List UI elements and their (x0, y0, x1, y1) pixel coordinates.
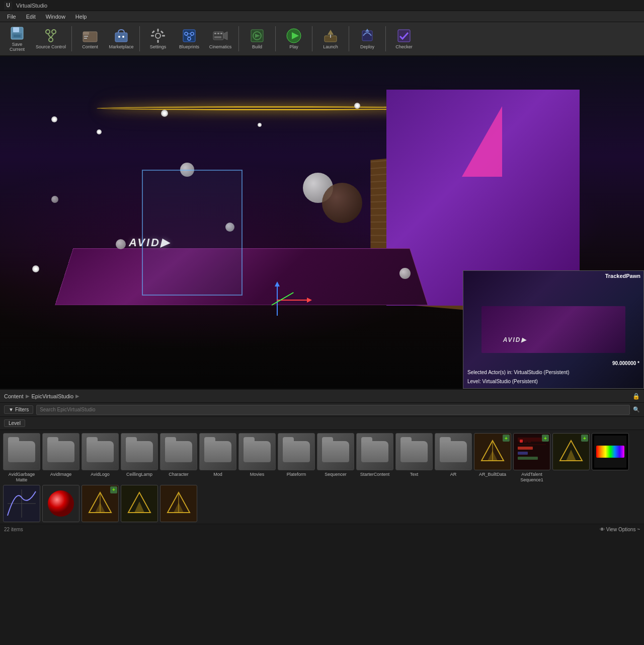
breadcrumb-content[interactable]: Content (4, 393, 24, 399)
folder-icon (361, 441, 388, 462)
view-options-button[interactable]: 👁 View Options ~ (600, 527, 640, 532)
asset-level-2[interactable] (121, 485, 158, 524)
selection-box (142, 170, 243, 296)
source-control-button[interactable]: Source Control (33, 24, 68, 53)
asset-thumb-map-build: + (474, 433, 511, 470)
asset-thumb-folder (199, 433, 236, 470)
content-browser-tags: Level (0, 417, 644, 430)
play-label: Play (289, 45, 298, 50)
filters-button[interactable]: ▼ Filters (4, 405, 33, 414)
toolbar-separator-7 (385, 26, 386, 51)
launch-label: Launch (323, 45, 338, 50)
asset-sequencer[interactable]: Sequencer (317, 433, 354, 483)
deploy-label: Deploy (360, 45, 374, 50)
asset-thumb-folder (395, 433, 433, 470)
asset-avid-logo[interactable]: AvidLogo (82, 433, 119, 483)
asset-red-sphere[interactable] (42, 485, 79, 524)
svg-rect-1 (13, 27, 19, 32)
svg-rect-52 (520, 440, 523, 443)
asset-map-build-2[interactable]: Map BuildDataRegistry (160, 485, 197, 524)
toolbar-separator-5 (312, 26, 312, 51)
svg-rect-12 (84, 38, 87, 39)
asset-label: AvidGarbageMatte (9, 472, 35, 483)
asset-label: Character (169, 472, 189, 477)
asset-starter-content[interactable]: StarterContent (356, 433, 393, 483)
status-bar: 22 items 👁 View Options ~ (0, 524, 644, 535)
launch-button[interactable]: Launch (315, 24, 346, 53)
svg-rect-13 (115, 33, 127, 42)
level-tag-button[interactable]: Level (4, 419, 25, 427)
eye-icon: 👁 (600, 527, 605, 532)
asset-text[interactable]: Text (395, 433, 433, 483)
asset-avid-image[interactable]: AvidImage (42, 433, 79, 483)
search-input[interactable] (36, 405, 630, 415)
viewport-container: ◀ ▼ Perspective ▼ Lit Show ⊹ ↻ ⤡ 🌐 ⧠ 10 … (0, 56, 644, 389)
asset-thumb-map-build-2 (160, 485, 197, 522)
asset-movies[interactable]: Movies (238, 433, 276, 483)
menu-bar: File Edit Window Help (0, 11, 644, 22)
asset-map-build-1[interactable]: + Map BuildDataRegistry (82, 485, 119, 524)
svg-rect-18 (157, 40, 159, 43)
svg-rect-35 (214, 36, 221, 38)
toolbar-separator-2 (139, 26, 140, 51)
asset-thumb-level2 (121, 485, 158, 522)
asset-curve[interactable] (3, 485, 40, 524)
breadcrumb-arrow-2: ▶ (75, 393, 79, 399)
deploy-button[interactable]: Deploy (352, 24, 382, 53)
asset-thumb-folder (160, 433, 197, 470)
preview-window: AVID▶ TrackedPawn 90.000000 * Selected A… (463, 270, 644, 389)
stage-light (258, 123, 262, 127)
asset-ceiling-lamp[interactable]: CeillingLamp (121, 433, 158, 483)
lock-icon[interactable]: 🔒 (632, 393, 640, 400)
menu-file[interactable]: File (2, 13, 21, 21)
toolbar-separator-1 (71, 26, 72, 51)
asset-ar-built-data[interactable]: + AR_BuiltData (474, 433, 511, 483)
menu-help[interactable]: Help (70, 13, 92, 21)
search-icon[interactable]: 🔍 (633, 406, 640, 413)
toolbar-separator-4 (275, 26, 276, 51)
asset-label: StarterContent (360, 472, 390, 477)
asset-mod[interactable]: Mod (199, 433, 236, 483)
svg-rect-33 (217, 33, 219, 34)
preview-avid-sign: AVID▶ (503, 336, 527, 343)
asset-label: Movies (250, 472, 265, 477)
asset-avid-talent-sequence1[interactable]: + AvidTalentSequence1 (513, 433, 550, 483)
marketplace-button[interactable]: Marketplace (106, 24, 136, 53)
checker-button[interactable]: Checker (389, 24, 419, 53)
menu-edit[interactable]: Edit (21, 13, 41, 21)
toolbar-separator-6 (349, 26, 349, 51)
toolbar: Save Current Source Control Content (0, 22, 644, 56)
viewport-3d[interactable]: AVID▶ AVID▶ TrackedPawn 90.000000 (0, 56, 644, 389)
settings-button[interactable]: Settings (143, 24, 173, 53)
asset-thumb-folder (238, 433, 276, 470)
build-button[interactable]: Build (242, 24, 272, 53)
content-button[interactable]: Content (75, 24, 105, 53)
asset-thumb-folder (278, 433, 315, 470)
breadcrumb-epic-virtual-studio[interactable]: EpicVirtualStudio (32, 393, 74, 399)
blueprints-button[interactable]: Blueprints (174, 24, 204, 53)
asset-color-ramp[interactable] (592, 433, 629, 483)
save-current-button[interactable]: Save Current (2, 24, 32, 53)
asset-ar[interactable]: AR (435, 433, 472, 483)
asset-platform[interactable]: Plateform (278, 433, 315, 483)
menu-window[interactable]: Window (41, 13, 70, 21)
marketplace-label: Marketplace (109, 45, 133, 50)
blueprints-icon (181, 28, 197, 44)
checker-label: Checker (395, 45, 413, 50)
pink-triangle (462, 106, 502, 177)
asset-level-1[interactable]: + (552, 433, 590, 483)
asset-character[interactable]: Character (160, 433, 197, 483)
play-button[interactable]: Play (279, 24, 309, 53)
svg-point-4 (46, 30, 50, 34)
asset-avid-garbage-matte[interactable]: AvidGarbageMatte (3, 433, 40, 483)
app-icon: U (4, 2, 12, 10)
cinematics-button[interactable]: Cinematics (205, 24, 235, 53)
svg-point-5 (52, 30, 56, 34)
svg-rect-58 (518, 457, 538, 460)
play-icon (286, 28, 302, 44)
asset-thumb-curve (3, 485, 40, 522)
folder-icon (440, 441, 467, 462)
selected-actor-label: Selected Actor(s) in: VirtualStudio (Per… (467, 370, 570, 375)
svg-rect-63 (596, 446, 624, 458)
marketplace-icon (113, 28, 129, 44)
